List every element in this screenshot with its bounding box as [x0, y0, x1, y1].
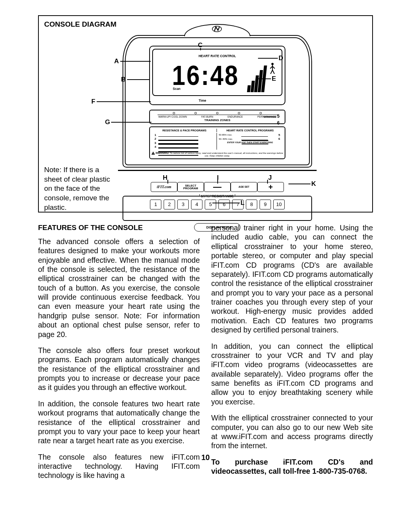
zone-label: WARM-UP/ COOL-DOWN	[158, 115, 187, 118]
resistance-1-button[interactable]: 1	[150, 200, 161, 209]
resistance-label: 1STEPRESISTANCE	[123, 194, 312, 199]
body-column-right: personal trainer right in your home. Usi…	[211, 223, 373, 482]
callout-D: D	[279, 54, 283, 62]
hr-range: 50- 80% max.	[219, 138, 233, 141]
callout-H: H	[163, 174, 167, 182]
features-p7: With the elliptical crosstrainer connect…	[211, 413, 373, 451]
time-readout: 16:48	[172, 57, 239, 93]
resistance-10-button[interactable]: 10	[273, 200, 285, 209]
features-p3: In addition, the console features two he…	[38, 399, 200, 446]
resistance-3-button[interactable]: 3	[177, 200, 189, 209]
warning-text: ! WARNING: To reduce risk of serious inj…	[151, 151, 283, 159]
diagram-note: Note: If there is a sheet of clear plast…	[44, 165, 113, 212]
training-zones-title: TRAINING ZONES	[152, 118, 282, 122]
callout-G: G	[105, 118, 110, 126]
features-heading: FEATURES OF THE CONSOLE	[38, 223, 200, 232]
features-p2: The console also offers four preset work…	[38, 346, 200, 392]
time-label: Time	[199, 99, 206, 103]
resistance-4-button[interactable]: 4	[191, 200, 202, 209]
callout-A: A	[114, 57, 119, 66]
resistance-8-button[interactable]: 8	[246, 200, 257, 209]
display-mode-label: DISPLAY MODE	[206, 225, 232, 230]
plus-button[interactable]: +	[257, 182, 284, 192]
scan-label: Scan	[173, 87, 180, 91]
program-num: 3	[153, 141, 157, 145]
hr-range: 50-85% max.	[219, 134, 232, 137]
logo-icon	[212, 25, 222, 33]
callout-K: K	[311, 180, 316, 188]
resistance-number-row: 1 2 3 4 5 6 7 8 9 10	[142, 200, 292, 209]
zone-label: ENDURANCE	[228, 115, 243, 118]
program-num: 4	[153, 145, 157, 149]
lcd-display: HEART RATE CONTROL 16:48 Scan	[149, 46, 285, 105]
features-p1: The advanced console offers a selection …	[38, 237, 200, 339]
page-number: 10	[38, 452, 373, 462]
programs-panel: RESISTANCE & PACE PROGRAMS HEART RATE CO…	[149, 126, 285, 159]
callout-B: B	[121, 75, 126, 84]
features-p6: In addition, you can connect the ellipti…	[211, 342, 373, 407]
resistance-9-button[interactable]: 9	[260, 200, 271, 209]
resistance-programs-head: RESISTANCE & PACE PROGRAMS	[162, 129, 207, 132]
zone-label: FAT-BURN	[201, 115, 213, 118]
enter-age-note: ENTER YOUR AGE THEN START EXERCISING	[219, 141, 281, 144]
resistance-2-button[interactable]: 2	[164, 200, 175, 209]
svg-point-1	[271, 63, 274, 65]
hr-programs-head: HEART RATE CONTROL PROGRAMS	[218, 129, 282, 132]
console-diagram-box: CONSOLE DIAGRAM Note: If there is a shee…	[38, 15, 373, 212]
callout-F: F	[91, 97, 95, 106]
program-num: 6	[277, 137, 281, 141]
resistance-5-button[interactable]: 5	[205, 200, 216, 209]
callout-J: J	[268, 174, 272, 182]
body-column-left: FEATURES OF THE CONSOLE The advanced con…	[38, 223, 200, 482]
resistance-6-button[interactable]: 6	[218, 200, 230, 209]
callout-L: L	[241, 199, 244, 207]
age-set-button[interactable]: AGE SET	[231, 182, 257, 192]
warning-triangle-icon: !	[151, 152, 155, 155]
ifit-button[interactable]: iFIT.com	[151, 182, 177, 192]
callout-E: E	[272, 75, 276, 83]
features-p5: personal trainer right in your home. Usi…	[211, 223, 373, 335]
svg-text:!: !	[153, 152, 154, 155]
minus-button[interactable]: —	[204, 182, 231, 192]
program-num: 5	[277, 133, 281, 137]
program-num: 1	[153, 133, 157, 137]
program-num: 2	[153, 137, 157, 141]
select-program-button[interactable]: SELECT PROGRAM	[177, 182, 204, 192]
